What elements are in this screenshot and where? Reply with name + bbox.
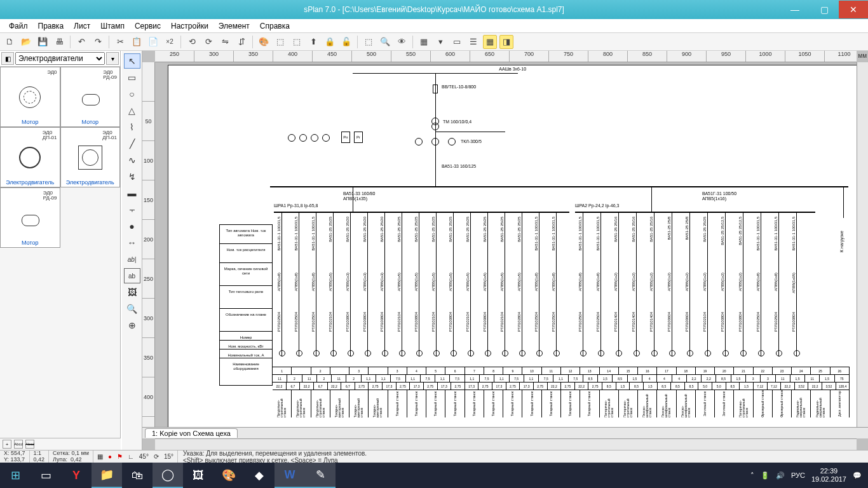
wire-tool-icon[interactable]: ↯ (124, 169, 140, 184)
rotate-right-icon[interactable]: ⟳ (201, 35, 215, 49)
taskbar: ⊞ ▭ Y 📁 🛍 ◯ 🖼 🎨 ◆ W ✎ ˄ 🔋 🔊 РУС 22:3919.… (0, 463, 868, 488)
save-icon[interactable]: 💾 (36, 35, 50, 49)
word-icon[interactable]: W (275, 463, 305, 488)
menu-help[interactable]: Справка (255, 20, 295, 32)
menu-sheet[interactable]: Лист (69, 20, 95, 32)
taskview-icon[interactable]: ▭ (31, 463, 61, 488)
frame-icon[interactable]: ▭ (450, 35, 464, 49)
grid-icon[interactable]: ▦ (417, 35, 431, 49)
maximize-button[interactable]: ▢ (810, 1, 839, 18)
text-tool-icon[interactable]: ab| (124, 252, 140, 267)
tray-up-icon[interactable]: ˄ (750, 471, 754, 480)
library-settings-icon[interactable]: ▾ (106, 52, 119, 65)
junction-tool-icon[interactable]: ⫟ (124, 202, 140, 217)
duplicate-icon[interactable]: ×2 (163, 35, 177, 49)
snap-icon[interactable]: ▾ (433, 35, 447, 49)
circle-tool-icon[interactable]: ○ (124, 86, 140, 102)
copy-icon[interactable]: 📋 (130, 35, 144, 49)
rect-tool-icon[interactable]: ▭ (124, 70, 140, 85)
separator (70, 36, 71, 48)
library-options-icon[interactable]: ◧ (1, 52, 14, 65)
bus-tool-icon[interactable]: ▬ (124, 186, 140, 201)
tray-volume-icon[interactable]: 🔊 (776, 471, 785, 480)
highlight-icon[interactable]: ◨ (499, 35, 513, 49)
flip-h-icon[interactable]: ⇋ (218, 35, 232, 49)
start-button[interactable]: ⊞ (0, 463, 31, 488)
menu-file[interactable]: Файл (4, 20, 33, 32)
special-tool-icon[interactable]: ⌇ (124, 119, 140, 135)
pointer-tool-icon[interactable]: ↖ (124, 53, 140, 69)
front-icon[interactable]: ⬆ (306, 35, 320, 49)
dimension-tool-icon[interactable]: ↔ (124, 235, 140, 250)
symbol-motor-2[interactable]: ЭД0РД-09 Мотор (60, 67, 121, 127)
binoculars-icon[interactable]: 👁 (395, 35, 409, 49)
tray-clock[interactable]: 22:3919.02.2017 (811, 467, 846, 484)
lock-icon[interactable]: 🔒 (323, 35, 337, 49)
explorer-icon[interactable]: 📁 (92, 463, 122, 488)
textbox-tool-icon[interactable]: ab (124, 268, 140, 283)
align-icon[interactable]: ☰ (466, 35, 480, 49)
library-select[interactable]: Электродвигатели (15, 52, 105, 65)
app2-icon[interactable]: ◆ (244, 463, 275, 488)
menu-edit[interactable]: Правка (33, 20, 69, 32)
snap-toggle-icon[interactable]: ● (108, 453, 112, 460)
status-tools: ▦ ● ⚑ ∟ 45° ⟳ 15° (93, 451, 178, 463)
main-bus (270, 186, 848, 187)
abcd2-icon[interactable]: Abcd (25, 440, 34, 449)
abcd-icon[interactable]: Abcd (14, 440, 23, 449)
horizontal-scrollbar[interactable] (155, 438, 857, 450)
canvas[interactable]: ААШв 3x6-10 BB/TEL-10-8/800 ТМ 160/10/0,… (155, 62, 857, 427)
tray-lang[interactable]: РУС (791, 471, 805, 479)
sheet-tab-1[interactable]: 1: Kopie von Схема цеха (145, 428, 238, 438)
show-icon[interactable]: ▦ (483, 35, 497, 49)
open-icon[interactable]: 📂 (19, 35, 33, 49)
print-icon[interactable]: 🖶 (52, 35, 66, 49)
undo-icon[interactable]: ↶ (74, 35, 88, 49)
image-tool-icon[interactable]: 🖼 (124, 285, 140, 300)
symbol-motor-4[interactable]: ЭД0ДП-01 Электродвигатель (60, 127, 121, 187)
minimize-button[interactable]: ― (780, 1, 810, 18)
zoom-select-icon[interactable]: ⬚ (362, 35, 376, 49)
group-icon[interactable]: ⬚ (273, 35, 287, 49)
splan-icon[interactable]: ✎ (305, 463, 336, 488)
symbol-motor-1[interactable]: ЭД0 Мотор (0, 67, 60, 127)
paste-icon[interactable]: 📄 (146, 35, 160, 49)
notifications-icon[interactable]: 💬 (853, 471, 862, 480)
chrome-icon[interactable]: ◯ (153, 463, 183, 488)
drawing-page[interactable]: ААШв 3x6-10 BB/TEL-10-8/800 ТМ 160/10/0,… (168, 65, 857, 427)
cut-icon[interactable]: ✂ (113, 35, 127, 49)
flag-icon[interactable]: ⚑ (117, 453, 123, 460)
unlock-icon[interactable]: 🔓 (339, 35, 353, 49)
rotate-left-icon[interactable]: ⟲ (185, 35, 199, 49)
node-tool-icon[interactable]: ● (124, 219, 140, 234)
vertical-scrollbar[interactable] (857, 62, 868, 427)
tray-battery-icon[interactable]: 🔋 (761, 471, 770, 480)
symbol-motor-5[interactable]: ЭД0РД-09 Мотор (0, 187, 60, 248)
polygon-tool-icon[interactable]: △ (124, 103, 140, 118)
app1-icon[interactable]: 🖼 (183, 463, 214, 488)
redo-icon[interactable]: ↷ (91, 35, 105, 49)
origin-icon[interactable]: + (3, 440, 11, 449)
paint-icon[interactable]: 🎨 (214, 463, 244, 488)
flip-v-icon[interactable]: ⇵ (234, 35, 248, 49)
zoom-tool-icon[interactable]: 🔍 (124, 301, 140, 316)
bezier-tool-icon[interactable]: ∿ (124, 152, 140, 168)
store-icon[interactable]: 🛍 (122, 463, 153, 488)
angle-icon[interactable]: ∟ (128, 453, 134, 460)
menu-options[interactable]: Настройки (166, 20, 214, 32)
menu-service[interactable]: Сервис (130, 20, 166, 32)
new-icon[interactable]: 🗋 (3, 35, 17, 49)
line-tool-icon[interactable]: ╱ (124, 136, 140, 151)
grid-toggle-icon[interactable]: ▦ (97, 453, 103, 460)
menu-element[interactable]: Элемент (214, 20, 255, 32)
color-icon[interactable]: 🎨 (257, 35, 271, 49)
menu-stamp[interactable]: Штамп (95, 20, 130, 32)
measure-tool-icon[interactable]: ⊕ (124, 318, 140, 333)
close-button[interactable]: ✕ (839, 1, 868, 18)
yandex-icon[interactable]: Y (61, 463, 92, 488)
ungroup-icon[interactable]: ⬚ (290, 35, 304, 49)
rotate-icon[interactable]: ⟳ (154, 453, 159, 460)
separator (357, 36, 358, 48)
symbol-motor-3[interactable]: ЭД0ДП-01 Электродвигатель (0, 127, 60, 187)
find-icon[interactable]: 🔍 (378, 35, 392, 49)
